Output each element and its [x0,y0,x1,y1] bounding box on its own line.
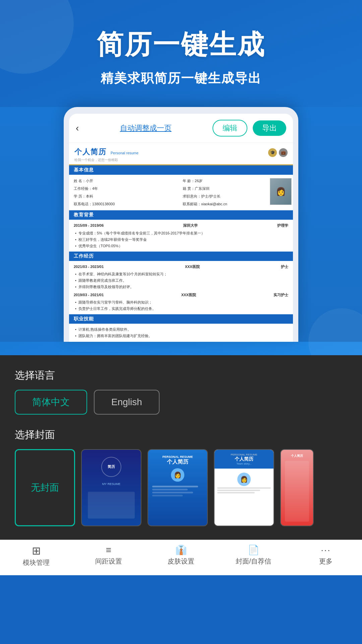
work2-role: 实习护士 [274,292,288,299]
nav-item-skin[interactable]: 👔 皮肤设置 [145,545,217,567]
cover-option4[interactable]: PERSONAL RESUME 个人简历 Team story... 👩 [214,449,274,526]
no-cover-label: 无封面 [31,481,59,494]
resume-section-work: 工作经历 2021/03 - 2023/01 XXX医院 护士 在手术室、神经内… [69,252,293,314]
hero-section: 简历一键生成 精美求职简历一键生成导出 ‹ 自动调整成一页 编辑 导出 [0,0,362,355]
cover3-line2 [152,489,188,490]
basic-info-body: 姓 名：小开 年 龄：26岁 工作经验：4年 籍 贯：广东深圳 学 历：本科 求… [69,175,293,210]
resume-icon-work: 💼 [279,148,288,157]
cover3-header: PERSONAL RESUME 个人简历 [152,455,203,466]
cover2-circle: 简历 [101,457,121,477]
phone-field: 联系电话：13800138000 [74,201,179,208]
skin-icon: 👔 [175,545,187,555]
skin-label: 皮肤设置 [168,557,194,566]
cover-no-cover[interactable]: 无封面 [15,449,75,526]
resume-content: 个人简历 Personal resume 给我一个机会，还您一份精彩 🎓 💼 基 [69,143,293,342]
resume-icon-school: 🎓 [268,148,277,157]
cover-icon: 📄 [248,545,259,555]
resume-title-block: 个人简历 Personal resume 给我一个机会，还您一份精彩 [74,147,138,162]
cover3-line4 [152,495,183,496]
lang-english-btn[interactable]: English [94,390,160,415]
work2-company: XXX医院 [181,292,196,299]
work2-bullet1: 跟随导师在实习室学习骨科、脑外科的知识； [74,299,288,306]
cover4-sub: Team story... [218,462,270,465]
cover4-line2 [217,490,260,491]
edu-bullet3: 优秀毕业生（TOP0.05%） [74,243,288,249]
work-header: 工作经历 [69,252,293,261]
spacing-label: 间距设置 [95,557,122,566]
bottom-sheet: 选择语言 简体中文 English 选择封面 无封面 简历 MY RESUME … [0,355,362,540]
cover2-body-block [88,492,135,519]
edu-date: 2015/09 - 2019/06 [74,222,104,229]
cover4-body: 👩 [215,469,274,526]
resume-section-edu: 教育背景 2015/09 - 2019/06 深圳大学 护理学 专业成绩：5%（… [69,210,293,252]
skills-body: 计算机:熟练操作各类应用软件。 团队能力：拥有丰富的团队组建与扩充经验。 [69,324,293,341]
work2-date: 2019/03 - 2021/01 [74,292,104,299]
cover-section-title: 选择封面 [15,428,347,442]
resume-main-title: 个人简历 [74,147,107,157]
resume-photo: 👩 [270,178,292,205]
more-label: 更多 [319,557,333,566]
hero-subtitle: 精美求职简历一键生成导出 [20,70,342,87]
lang-simplified-btn[interactable]: 简体中文 [15,390,87,415]
cover5-title: 个人简历 [285,454,309,458]
phone-mockup-wrap: ‹ 自动调整成一页 编辑 导出 个人简历 Personal resume [0,107,362,342]
cover4-line3 [217,492,255,493]
resume-personal-en: Personal resume [111,151,138,155]
cover4-cn: 个人简历 [218,456,270,462]
nav-item-cover[interactable]: 📄 封面/自荐信 [217,545,290,567]
nav-item-modules[interactable]: ⊞ 模块管理 [0,545,72,567]
edu-header: 教育背景 [69,210,293,220]
work1-bullet2: 跟随带教老师完成当班工作。 [74,277,288,284]
cover3-cn: 个人简历 [152,459,203,466]
resume-section-basic: 基本信息 姓 名：小开 年 龄：26岁 工作经验：4年 籍 贯：广东深圳 学 历… [69,165,293,210]
phone-mockup: ‹ 自动调整成一页 编辑 导出 个人简历 Personal resume [64,107,298,342]
lang-buttons: 简体中文 English [15,390,347,415]
bottom-nav: ⊞ 模块管理 ≡ 间距设置 👔 皮肤设置 📄 封面/自荐信 ··· 更多 [0,540,362,575]
cover2-title: 简历 [108,464,115,469]
edu-body: 2015/09 - 2019/06 深圳大学 护理学 专业成绩：5%（每个学年成… [69,220,293,252]
skills-bullet1: 计算机:熟练操作各类应用软件。 [74,326,288,333]
cover3-title: PERSONAL RESUME [152,455,203,459]
cover3-line1 [152,486,198,487]
hero-title: 简历一键生成 [20,27,342,63]
work1-bullet3: 并得到带教领导及校领导的好评。 [74,284,288,290]
cover3-lines [152,486,203,498]
cover-dark-blue[interactable]: 简历 MY RESUME [81,449,141,526]
cover4-title: PERSONAL RESUME [218,453,270,456]
resume-tagline: 给我一个机会，还您一份精彩 [74,158,138,162]
resume-section-skills: 职业技能 计算机:熟练操作各类应用软件。 团队能力：拥有丰富的团队组建与扩充经验… [69,314,293,341]
cover-blue-resume[interactable]: PERSONAL RESUME 个人简历 👩 [147,449,208,526]
cover-option5[interactable]: 个人简历 [280,449,314,526]
work1-bullet1: 在手术室、神经内科及康复等10个月的科室轮转实习； [74,271,288,277]
edu-major: 护理学 [277,222,288,229]
nav-item-more[interactable]: ··· 更多 [290,545,362,567]
more-icon: ··· [321,545,330,555]
cover4-line1 [217,487,271,489]
phone-toolbar: ‹ 自动调整成一页 编辑 导出 [69,114,293,143]
nav-item-spacing[interactable]: ≡ 间距设置 [72,545,145,567]
resume-icons: 🎓 💼 [268,148,288,157]
cover-label: 封面/自荐信 [236,557,271,566]
spacing-icon: ≡ [106,545,111,555]
cover-options: 无封面 简历 MY RESUME PERSONAL RESUME 个人简历 👩 [15,449,347,530]
export-button[interactable]: 导出 [253,120,286,136]
auto-fit-label[interactable]: 自动调整成一页 [84,123,207,133]
work-exp-field: 工作经验：4年 [74,185,179,192]
work2-bullet2: 负责护士日常工作，实践完成导师分配的任务。 [74,306,288,312]
edit-button[interactable]: 编辑 [213,120,247,137]
skills-bullet2: 团队能力：拥有丰富的团队组建与扩充经验。 [74,333,288,339]
modules-label: 模块管理 [23,558,50,567]
work-body: 2021/03 - 2023/01 XXX医院 护士 在手术室、神经内科及康复等… [69,261,293,314]
cover3-line3 [152,492,193,493]
cover2-subtitle: MY RESUME [102,482,120,486]
skills-header: 职业技能 [69,314,293,324]
back-button[interactable]: ‹ [76,123,79,133]
lang-section-title: 选择语言 [15,369,347,382]
edu-field: 学 历：本科 [74,193,179,200]
work1-company: XXX医院 [185,264,200,270]
edu-bullet1: 专业成绩：5%（每个学年成绩排名专业前三，其中2016-2017学年排名第一） [74,230,288,236]
basic-info-header: 基本信息 [69,165,293,175]
name-field: 姓 名：小开 [74,177,179,184]
work1-role: 护士 [281,264,288,270]
edu-bullet2: 校三好学生，连续2年获得专业一等奖学金 [74,236,288,243]
